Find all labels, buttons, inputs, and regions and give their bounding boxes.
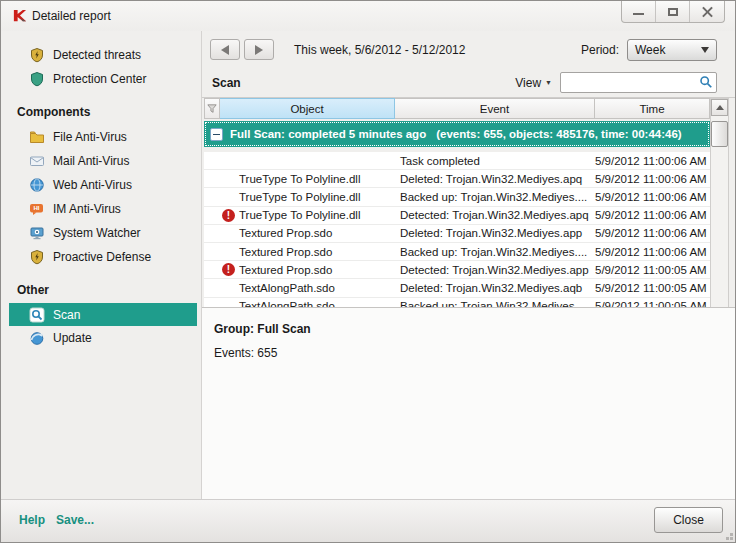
event-cell: Deleted: Trojan.Win32.Mediyes.apq <box>395 173 595 185</box>
event-cell: Backed up: Trojan.Win32.Mediyes.... <box>395 246 595 258</box>
sidebar-item-proactive-defense[interactable]: Proactive Defense <box>1 245 201 269</box>
object-cell: !Textured Prop.sdo <box>220 227 395 240</box>
object-cell: !TrueType To Polyline.dll <box>220 209 395 222</box>
object-name: TrueType To Polyline.dll <box>239 191 360 203</box>
vertical-scroll-thumb[interactable] <box>711 121 728 147</box>
resize-grip[interactable] <box>730 537 733 540</box>
table-row[interactable]: !Textured Prop.sdoBacked up: Trojan.Win3… <box>204 243 710 261</box>
sidebar-item-label: Web Anti-Virus <box>53 178 132 192</box>
sidebar-item-system-watcher[interactable]: System Watcher <box>1 221 201 245</box>
sidebar-item-label: Protection Center <box>53 72 146 86</box>
sidebar-item-update[interactable]: Update <box>1 326 201 350</box>
help-link[interactable]: Help <box>19 513 45 527</box>
column-header-time[interactable]: Time <box>595 98 710 119</box>
next-period-button[interactable] <box>244 39 274 60</box>
view-menu-button[interactable]: View ▼ <box>515 76 552 90</box>
alert-icon: ! <box>222 263 235 276</box>
search-input[interactable] <box>560 72 717 93</box>
previous-period-button[interactable] <box>210 39 240 60</box>
sidebar-sections: ComponentsFile Anti-VirusMail Anti-Virus… <box>1 91 201 350</box>
details-pane: Group: Full Scan Events: 655 <box>202 307 735 499</box>
period-select[interactable]: Week <box>627 39 717 61</box>
sidebar-item-label: IM Anti-Virus <box>53 202 121 216</box>
time-cell: 5/9/2012 11:00:06 AM <box>595 155 710 167</box>
column-header-object[interactable]: Object <box>220 98 395 119</box>
event-cell: Detected: Trojan.Win32.Mediyes.app <box>395 264 595 276</box>
sidebar-item-label: Update <box>53 331 92 345</box>
list-header-bar: Scan View ▼ <box>202 68 735 98</box>
section-title-other: Other <box>1 269 201 303</box>
table-row[interactable]: !Textured Prop.sdoDetected: Trojan.Win32… <box>204 261 710 279</box>
maximize-icon <box>668 8 678 16</box>
titlebar[interactable]: Detailed report <box>1 1 735 31</box>
group-title: Full Scan: completed 5 minutes ago <box>230 128 426 140</box>
scroll-up-icon <box>716 105 724 110</box>
minimize-button[interactable] <box>622 1 656 22</box>
object-cell: !Textured Prop.sdo <box>220 245 395 258</box>
close-button[interactable]: Close <box>654 507 723 533</box>
object-name: TrueType To Polyline.dll <box>239 209 360 221</box>
table-row[interactable]: !TrueType To Polyline.dllDetected: Troja… <box>204 207 710 225</box>
sidebar-item-mail-anti-virus[interactable]: Mail Anti-Virus <box>1 149 201 173</box>
time-cell: 5/9/2012 11:00:06 AM <box>595 227 710 239</box>
time-cell: 5/9/2012 11:00:06 AM <box>595 173 710 185</box>
view-label: View <box>515 76 541 90</box>
event-cell: Backed up: Trojan.Win32.Mediyes.... <box>395 191 595 203</box>
sidebar-item-scan[interactable]: Scan <box>9 303 197 326</box>
chat-icon: HI <box>29 201 45 217</box>
filter-header-cell[interactable] <box>204 98 220 119</box>
monitor-icon <box>29 225 45 241</box>
minimize-icon <box>633 13 644 15</box>
search-field-wrap <box>560 72 717 93</box>
time-cell: 5/9/2012 11:00:05 AM <box>595 282 710 294</box>
next-arrow-icon <box>255 45 263 55</box>
close-icon <box>702 6 713 17</box>
sidebar-item-label: File Anti-Virus <box>53 130 127 144</box>
table-row[interactable]: !Textured Prop.sdoDeleted: Trojan.Win32.… <box>204 225 710 243</box>
object-cell: ! <box>220 154 395 167</box>
update-icon <box>29 330 45 346</box>
scroll-up-button[interactable] <box>711 99 728 116</box>
object-name: TrueType To Polyline.dll <box>239 173 360 185</box>
object-name: Textured Prop.sdo <box>239 227 332 239</box>
event-cell: Deleted: Trojan.Win32.Mediyes.aqb <box>395 282 595 294</box>
table-row[interactable]: !TrueType To Polyline.dllDeleted: Trojan… <box>204 170 710 188</box>
sidebar-item-file-anti-virus[interactable]: File Anti-Virus <box>1 125 201 149</box>
table-row[interactable]: !TrueType To Polyline.dllBacked up: Troj… <box>204 188 710 206</box>
group-header-row[interactable]: Full Scan: completed 5 minutes ago (even… <box>204 121 710 147</box>
table-row[interactable]: !Task completed5/9/2012 11:00:06 AM <box>204 152 710 170</box>
proactive-shield-icon <box>29 249 45 265</box>
sidebar-item-detected-threats[interactable]: Detected threats <box>1 43 201 67</box>
save-link[interactable]: Save... <box>56 513 94 527</box>
prev-arrow-icon <box>221 45 229 55</box>
column-header-event[interactable]: Event <box>395 98 595 119</box>
object-cell: !TextAlongPath.sdo <box>220 281 395 294</box>
object-cell: !TrueType To Polyline.dll <box>220 172 395 185</box>
group-stats: (events: 655, objects: 485176, time: 00:… <box>436 128 681 140</box>
table-header: Object Event Time <box>204 98 710 119</box>
alert-icon: ! <box>222 209 235 222</box>
collapse-minus-icon[interactable] <box>210 128 223 141</box>
svg-text:HI: HI <box>34 205 40 211</box>
sidebar-item-im-anti-virus[interactable]: HIIM Anti-Virus <box>1 197 201 221</box>
event-cell: Task completed <box>395 155 595 167</box>
period-label: Period: <box>581 43 619 57</box>
filter-funnel-icon <box>207 104 217 114</box>
maximize-button[interactable] <box>656 1 690 22</box>
window-title: Detailed report <box>32 9 111 23</box>
protection-shield-icon <box>29 71 45 87</box>
list-title: Scan <box>212 76 241 90</box>
folder-icon <box>29 129 45 145</box>
sidebar-item-protection-center[interactable]: Protection Center <box>1 67 201 91</box>
object-cell: !Textured Prop.sdo <box>220 263 395 276</box>
window-controls <box>621 1 725 23</box>
time-cell: 5/9/2012 11:00:06 AM <box>595 191 710 203</box>
close-window-button[interactable] <box>690 1 724 22</box>
time-cell: 5/9/2012 11:00:05 AM <box>595 264 710 276</box>
sidebar-item-label: Mail Anti-Virus <box>53 154 129 168</box>
object-cell: !TrueType To Polyline.dll <box>220 190 395 203</box>
table-row[interactable]: !TextAlongPath.sdoDeleted: Trojan.Win32.… <box>204 279 710 297</box>
sidebar-item-web-anti-virus[interactable]: Web Anti-Virus <box>1 173 201 197</box>
sidebar-item-label: Proactive Defense <box>53 250 151 264</box>
event-cell: Detected: Trojan.Win32.Mediyes.apq <box>395 209 595 221</box>
